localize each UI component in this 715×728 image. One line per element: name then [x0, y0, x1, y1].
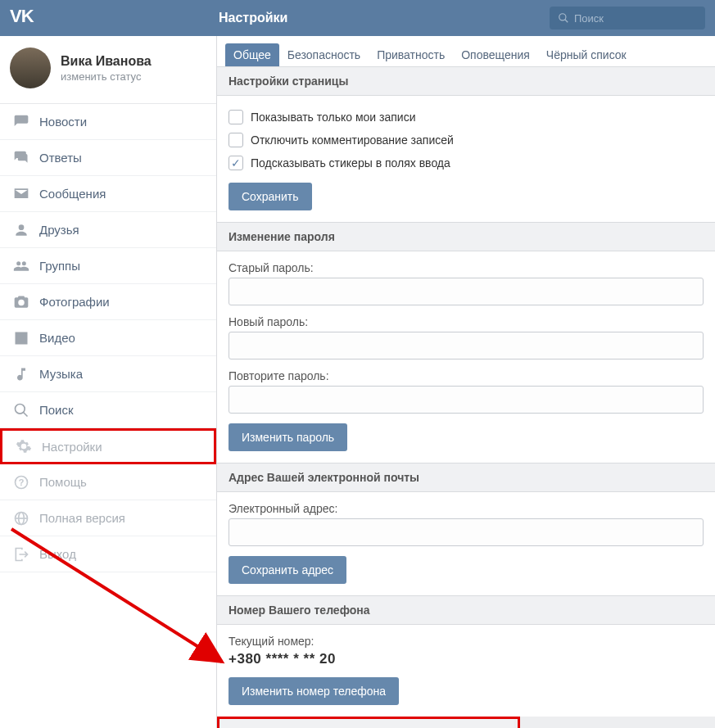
sidebar: Вика Иванова изменить статус Новости Отв…	[0, 36, 217, 728]
sidebar-item-label: Фотографии	[39, 295, 110, 309]
checkbox-icon	[229, 133, 243, 147]
topbar: VK Настройки Поиск	[0, 0, 715, 36]
sidebar-item-settings[interactable]: Настройки	[0, 428, 216, 464]
new-password-input[interactable]	[229, 332, 704, 359]
sidebar-item-photos[interactable]: Фотографии	[0, 284, 216, 320]
sidebar-item-help[interactable]: ? Помощь	[0, 464, 216, 500]
checkbox-label: Подсказывать стикеры в полях ввода	[251, 156, 450, 170]
sidebar-item-label: Полная версия	[39, 511, 125, 525]
checkbox-stickers-hint[interactable]: Подсказывать стикеры в полях ввода	[229, 151, 704, 174]
email-label: Электронный адрес:	[229, 502, 704, 515]
content: Общее Безопасность Приватность Оповещени…	[217, 36, 715, 728]
sidebar-item-label: Сообщения	[39, 187, 106, 201]
sidebar-item-label: Новости	[39, 115, 87, 129]
globe-icon	[13, 510, 39, 527]
section-page-settings-header: Настройки страницы	[217, 66, 715, 96]
sidebar-item-label: Выход	[39, 547, 76, 561]
svg-text:VK: VK	[10, 8, 34, 25]
search-placeholder: Поиск	[574, 12, 604, 25]
svg-line-2	[565, 20, 568, 23]
search-icon	[558, 12, 569, 24]
section-phone-header: Номер Вашего телефона	[217, 595, 715, 625]
sidebar-item-full[interactable]: Полная версия	[0, 500, 216, 536]
section-password-header: Изменение пароля	[217, 222, 715, 251]
sidebar-item-logout[interactable]: Выход	[0, 536, 216, 572]
checkbox-label: Показывать только мои записи	[251, 111, 415, 124]
profile-header[interactable]: Вика Иванова изменить статус	[0, 36, 216, 104]
tab-blacklist[interactable]: Чёрный список	[538, 43, 635, 66]
sidebar-item-label: Группы	[39, 259, 80, 273]
search-input[interactable]: Поиск	[550, 7, 705, 29]
checkbox-label: Отключить комментирование записей	[251, 133, 454, 147]
repeat-password-input[interactable]	[229, 386, 704, 414]
music-icon	[13, 366, 39, 382]
sidebar-item-friends[interactable]: Друзья	[0, 212, 216, 248]
sidebar-item-label: Поиск	[39, 403, 74, 417]
old-password-label: Старый пароль:	[229, 261, 704, 274]
messages-icon	[13, 186, 39, 202]
svg-line-4	[24, 412, 28, 416]
page-title: Настройки	[219, 11, 287, 25]
sidebar-item-videos[interactable]: Видео	[0, 320, 216, 356]
profile-status[interactable]: изменить статус	[61, 70, 152, 83]
sidebar-item-label: Друзья	[39, 223, 79, 237]
sidebar-item-groups[interactable]: Группы	[0, 248, 216, 284]
svg-point-3	[16, 404, 25, 414]
gear-icon	[16, 438, 42, 454]
tab-privacy[interactable]: Приватность	[369, 43, 453, 66]
old-password-input[interactable]	[229, 278, 704, 305]
repeat-password-label: Повторите пароль:	[229, 369, 704, 382]
photos-icon	[13, 294, 39, 310]
change-password-button[interactable]: Изменить пароль	[229, 423, 347, 451]
search-nav-icon	[13, 402, 39, 418]
vk-logo-icon[interactable]: VK	[10, 7, 51, 29]
checkbox-icon	[229, 110, 243, 124]
settings-tabs: Общее Безопасность Приватность Оповещени…	[217, 36, 715, 66]
section-email-header: Адрес Вашей электронной почты	[217, 463, 715, 492]
news-icon	[13, 114, 39, 130]
sidebar-item-news[interactable]: Новости	[0, 104, 216, 140]
videos-icon	[13, 330, 39, 346]
tab-notifications[interactable]: Оповещения	[453, 43, 538, 66]
phone-value: +380 **** * ** 20	[229, 651, 704, 667]
sidebar-item-label: Ответы	[39, 151, 82, 165]
sidebar-item-music[interactable]: Музыка	[0, 356, 216, 392]
checkbox-icon	[229, 156, 243, 170]
replies-icon	[13, 150, 39, 166]
tab-security[interactable]: Безопасность	[279, 43, 369, 66]
phone-label: Текущий номер:	[229, 635, 704, 648]
sidebar-item-replies[interactable]: Ответы	[0, 140, 216, 176]
email-input[interactable]	[229, 518, 704, 546]
checkbox-disable-comments[interactable]: Отключить комментирование записей	[229, 129, 704, 151]
sidebar-item-label: Музыка	[39, 367, 83, 381]
highlight-page-url: Адрес Вашей страницы Адрес страницы: htt…	[217, 717, 520, 728]
avatar	[10, 47, 51, 88]
svg-text:?: ?	[19, 477, 25, 487]
tab-general[interactable]: Общее	[225, 43, 279, 66]
profile-name: Вика Иванова	[61, 54, 152, 69]
sidebar-item-label: Помощь	[39, 475, 87, 489]
friends-icon	[13, 222, 39, 238]
sidebar-item-messages[interactable]: Сообщения	[0, 176, 216, 212]
save-button[interactable]: Сохранить	[229, 183, 312, 210]
svg-point-1	[559, 14, 566, 20]
save-email-button[interactable]: Сохранить адрес	[229, 556, 346, 584]
checkbox-only-my-posts[interactable]: Показывать только мои записи	[229, 106, 704, 129]
change-phone-button[interactable]: Изменить номер телефона	[229, 677, 399, 705]
help-icon: ?	[13, 474, 39, 491]
sidebar-item-label: Видео	[39, 331, 75, 345]
sidebar-item-search[interactable]: Поиск	[0, 392, 216, 428]
new-password-label: Новый пароль:	[229, 315, 704, 328]
section-url-header: Адрес Вашей страницы	[219, 719, 514, 728]
logout-icon	[13, 546, 39, 563]
groups-icon	[13, 258, 39, 274]
sidebar-item-label: Настройки	[42, 440, 102, 454]
